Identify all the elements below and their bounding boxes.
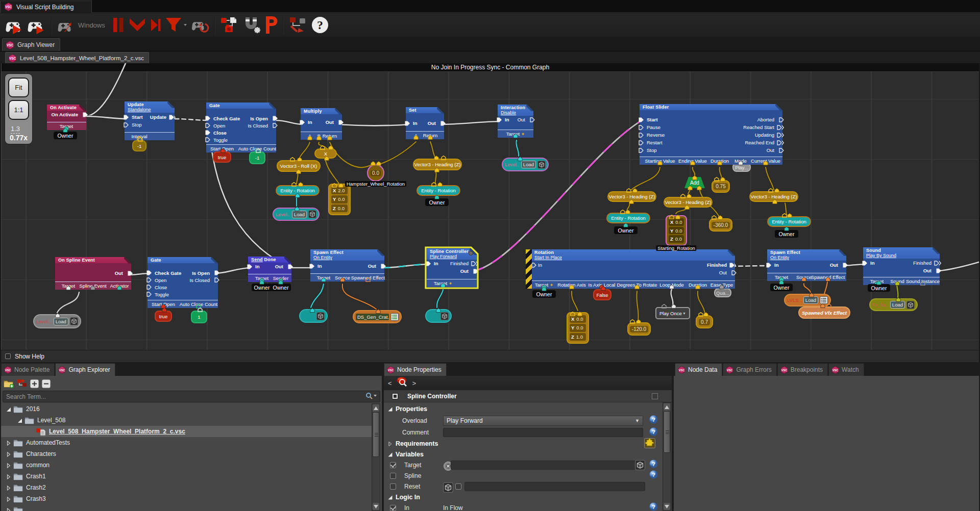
input-pin-in[interactable] <box>426 261 431 266</box>
node-enabled-checkbox[interactable] <box>392 393 398 399</box>
input-pin-toggle[interactable] <box>146 292 152 297</box>
chip-top-pin[interactable] <box>787 213 792 219</box>
help-icon[interactable]: ? <box>649 502 658 511</box>
chip-xyz-sr[interactable]: X0.0Y0.0Z0.0Starting_Rotation <box>666 215 687 246</box>
break-filter-icon[interactable] <box>163 15 189 35</box>
tree-expander-icon[interactable] <box>17 418 22 423</box>
value-pin[interactable] <box>138 137 143 143</box>
help-icon[interactable]: ? <box>649 415 658 426</box>
chip-top-pin[interactable] <box>437 182 443 188</box>
value-pin-b[interactable] <box>316 133 322 142</box>
value-pin[interactable] <box>220 148 226 154</box>
chip-top-pin[interactable] <box>671 304 676 310</box>
chip-top-pin[interactable] <box>698 312 703 318</box>
scroll-up-button[interactable] <box>373 404 379 412</box>
input-pin-open[interactable] <box>205 123 211 128</box>
value-pin-target[interactable] <box>513 131 518 140</box>
tab-node-palette[interactable]: VSCNode Palette <box>1 363 55 376</box>
output-pin-aborted[interactable] <box>779 117 785 122</box>
load-button[interactable]: Load <box>521 161 536 168</box>
node-float-slider[interactable]: Float SliderStartAbortedPauseReached Sta… <box>640 104 782 165</box>
output-pin-is-closed[interactable] <box>214 277 220 283</box>
input-pin-toggle[interactable] <box>205 137 211 142</box>
tree-expander-icon[interactable] <box>6 507 11 511</box>
tree-expander-icon[interactable] <box>6 440 11 445</box>
input-pin-in[interactable] <box>300 120 305 125</box>
chip-top-pin[interactable] <box>441 156 446 161</box>
tree-item-crash3[interactable]: Crash3 <box>1 493 372 504</box>
node-multiply[interactable]: MultiplyInOutABReturn <box>301 108 342 140</box>
tab-graph-explorer[interactable]: VSCGraph Explorer <box>55 363 115 376</box>
chip-top-pin[interactable] <box>310 305 315 315</box>
node-subtitle[interactable]: Play By Sound <box>866 253 937 258</box>
input-pin-check-gate[interactable] <box>146 270 152 275</box>
chip-vfxpill[interactable]: Spawned Vfx Effect <box>798 306 850 319</box>
tree-expander-icon[interactable] <box>6 485 11 490</box>
chip-top-pin[interactable] <box>712 215 717 221</box>
cube-icon[interactable] <box>440 312 449 320</box>
next-node-button[interactable]: > <box>412 379 416 387</box>
owner-pin[interactable] <box>259 279 264 286</box>
chip-owner7[interactable]: Owner <box>532 290 556 298</box>
chip-top-pin[interactable] <box>669 212 674 221</box>
output-pin-finished[interactable] <box>729 263 737 268</box>
chip-owner8[interactable]: Owner <box>770 284 793 291</box>
chip-add[interactable]: Add <box>684 177 705 188</box>
output-pin-is-closed[interactable] <box>273 123 278 128</box>
chip-bottom-pin[interactable] <box>295 193 300 199</box>
owner-pin[interactable] <box>784 226 789 232</box>
section-expander-icon[interactable] <box>388 450 393 459</box>
input-pin-stop[interactable] <box>124 122 129 127</box>
chip-true1[interactable]: true <box>213 151 231 163</box>
scroll-down-button[interactable] <box>664 503 670 510</box>
input-pin-in[interactable] <box>766 263 772 268</box>
owner-pin[interactable] <box>63 127 68 134</box>
restart-game-icon[interactable] <box>189 15 211 35</box>
node-gate2[interactable]: GateCheck GateIs OpenOpenIs ClosedCloseT… <box>148 257 218 308</box>
resume-icon[interactable] <box>127 15 148 35</box>
find-node-icon[interactable] <box>396 376 409 390</box>
output-pin-out[interactable] <box>440 121 446 126</box>
chip-bottom-pin[interactable] <box>434 168 439 173</box>
input-pin-start[interactable] <box>124 115 129 120</box>
help-icon[interactable]: ? <box>309 15 331 35</box>
chip-top-pin[interactable] <box>434 156 439 161</box>
output-pin-out[interactable] <box>381 264 386 269</box>
scroll-thumb[interactable] <box>664 411 670 453</box>
debug-editor-play-icon[interactable] <box>26 15 48 35</box>
output-pin-is-open[interactable] <box>273 116 278 121</box>
graph-canvas[interactable]: No Join In Progress Sync - Common Graph … <box>1 63 979 350</box>
tree-item-automatedtests[interactable]: AutomatedTests <box>1 437 372 448</box>
value-pin-sound-instance[interactable] <box>920 278 925 288</box>
chip-top-pin[interactable] <box>295 204 300 213</box>
chip-circle00[interactable]: 0.0Hampster_Wheel_Rotation <box>367 164 384 182</box>
section-expander-icon[interactable] <box>388 439 393 448</box>
tree-item-crash2[interactable]: Crash2 <box>1 482 372 493</box>
input-pin-open[interactable] <box>146 277 152 283</box>
tree-expander-icon[interactable] <box>6 474 11 479</box>
chip-xyz2[interactable]: X0.0Y0.0Z1.0 <box>567 312 589 344</box>
output-pin-is-open[interactable] <box>214 270 220 275</box>
help-icon[interactable]: ? <box>649 459 658 470</box>
cube-icon[interactable] <box>906 301 915 309</box>
value-pin-starting-value[interactable] <box>657 158 663 167</box>
target-checkbox[interactable] <box>390 462 396 468</box>
chip-m120[interactable]: -120.0 <box>627 322 651 336</box>
section-expander-icon[interactable] <box>388 404 393 414</box>
zoom-fit-button[interactable]: Fit <box>8 78 29 97</box>
value-pin-spline-event[interactable] <box>90 283 95 292</box>
chip-top-pin[interactable] <box>826 303 831 309</box>
list-green-icon[interactable] <box>390 313 399 321</box>
output-pin-on-activate[interactable] <box>83 112 88 117</box>
tree-item-2016[interactable]: 2016 <box>1 403 372 415</box>
chip-levelchip2[interactable]: Level...Load <box>502 158 549 171</box>
section-expander-icon[interactable] <box>388 493 393 502</box>
node-rotation[interactable]: RotationStart In PlaceInFinishedOutTarge… <box>526 249 735 289</box>
breakpoint-dot[interactable] <box>469 251 473 256</box>
node-on-activate[interactable]: On ActivateOn ActivateTarget <box>47 105 86 130</box>
value-pin-spawned-effect[interactable] <box>365 275 371 284</box>
reset-checkbox[interactable] <box>390 483 396 490</box>
chip-owner6[interactable]: Owner <box>271 284 291 291</box>
chip-top-pin[interactable] <box>518 154 523 163</box>
chip-top-pin[interactable] <box>718 215 723 221</box>
